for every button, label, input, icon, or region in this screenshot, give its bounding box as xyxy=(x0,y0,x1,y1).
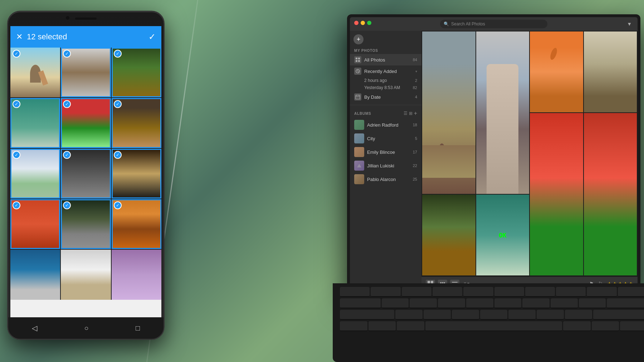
grid-cell-3[interactable]: ✓ xyxy=(112,48,161,97)
grid-cell-1[interactable]: ✓ xyxy=(10,48,60,97)
key-n xyxy=(537,310,564,320)
check-badge-9: ✓ xyxy=(114,151,122,159)
confirm-icon[interactable]: ✓ xyxy=(148,32,156,42)
album-label-emily: Emily Blincoe xyxy=(367,150,410,155)
grid-cell-14[interactable] xyxy=(61,250,111,299)
minimize-traffic-light[interactable] xyxy=(361,21,365,25)
album-count-jillian: 22 xyxy=(413,163,417,168)
search-bar[interactable]: 🔍 Search All Photos xyxy=(440,20,547,28)
grid-cell-2[interactable]: ✓ xyxy=(61,48,111,97)
svg-rect-3 xyxy=(358,60,360,62)
key-enter xyxy=(607,298,644,308)
sidebar-sub-yesterday[interactable]: Yesterday 8:53 AM 82 xyxy=(350,84,421,91)
key-w xyxy=(371,287,400,297)
key-ctrl xyxy=(369,321,396,331)
key-x xyxy=(424,310,451,320)
sidebar-item-recently-added[interactable]: Recently Added ▾ xyxy=(350,65,421,77)
grid-cell-7[interactable]: ✓ xyxy=(10,149,60,199)
key-i xyxy=(556,287,586,297)
list-view-icon[interactable]: ☰ xyxy=(404,111,408,116)
sidebar-divider xyxy=(350,105,421,105)
key-g xyxy=(466,298,493,308)
by-date-label: By Date xyxy=(364,94,412,100)
photo-cell-ok[interactable]: OK xyxy=(476,195,530,275)
photo-cell-food2[interactable] xyxy=(422,195,475,275)
photo-cell-street[interactable] xyxy=(422,31,475,194)
grid-view-icon[interactable]: ⊞ xyxy=(409,111,413,116)
2hours-label: 2 hours ago xyxy=(364,78,412,83)
sidebar-item-all-photos[interactable]: All Photos 84 xyxy=(350,54,421,65)
grid-cell-5[interactable]: ✓ xyxy=(61,98,111,148)
phone-body: ✕ 12 selected ✓ ✓ ✓ xyxy=(7,11,165,340)
photo-cell-ok2[interactable] xyxy=(584,113,637,275)
album-label-pablo: Pablo Alarcon xyxy=(367,177,410,182)
close-traffic-light[interactable] xyxy=(354,21,358,25)
traffic-lights xyxy=(354,21,371,25)
key-k xyxy=(551,298,578,308)
grid-cell-9[interactable]: ✓ xyxy=(112,149,161,199)
album-thumb-pablo xyxy=(354,174,364,184)
photo-cell-group[interactable] xyxy=(584,31,637,112)
grid-cell-15[interactable] xyxy=(112,250,161,299)
photo-cell-jump[interactable] xyxy=(530,31,583,112)
key-d xyxy=(410,298,437,308)
album-label-jillian: Jillian Lukiski xyxy=(367,163,410,168)
key-a xyxy=(340,298,381,308)
2hours-count: 2 xyxy=(415,78,417,83)
sidebar-item-by-date[interactable]: By Date 4 xyxy=(350,91,421,103)
key-m xyxy=(565,310,592,320)
filter-icon[interactable]: ▼ xyxy=(627,21,632,27)
album-emily-blincoe[interactable]: Emily Blincoe 17 xyxy=(350,145,421,159)
phone-container: ✕ 12 selected ✓ ✓ ✓ xyxy=(7,11,172,351)
key-h xyxy=(494,298,522,308)
key-space xyxy=(425,321,562,331)
home-nav-button[interactable]: ○ xyxy=(84,324,88,332)
album-count-emily: 17 xyxy=(413,150,417,154)
key-fn xyxy=(340,321,367,331)
app-toolbar: 🔍 Search All Photos ▼ xyxy=(350,17,638,31)
grid-cell-12[interactable]: ✓ xyxy=(112,199,161,249)
albums-section-label: ALBUMS xyxy=(354,112,404,116)
recently-added-arrow: ▾ xyxy=(415,69,417,73)
fullscreen-traffic-light[interactable] xyxy=(367,21,371,25)
photo-cell-red-wall[interactable] xyxy=(530,113,583,275)
recents-nav-button[interactable]: □ xyxy=(136,324,140,332)
key-s xyxy=(382,298,409,308)
close-icon[interactable]: ✕ xyxy=(16,33,23,41)
key-p xyxy=(618,287,644,297)
laptop-main-content: + MY PHOTOS All Photos xyxy=(350,31,638,290)
grid-cell-8[interactable]: ✓ xyxy=(61,149,111,199)
add-button[interactable]: + xyxy=(353,34,364,44)
photo-grid: OK xyxy=(421,31,638,277)
search-placeholder-text: Search All Photos xyxy=(451,21,485,26)
laptop-keyboard xyxy=(333,283,644,362)
grid-cell-13[interactable] xyxy=(10,250,60,299)
add-album-button[interactable]: + xyxy=(414,110,417,117)
back-nav-button[interactable]: ◁ xyxy=(32,324,37,332)
key-j xyxy=(522,298,550,308)
photo-cell-woman[interactable] xyxy=(476,31,530,194)
key-alt-right xyxy=(563,321,591,331)
key-c xyxy=(452,310,479,320)
album-city[interactable]: City 5 xyxy=(350,132,421,145)
sidebar-sub-2hours[interactable]: 2 hours ago 2 xyxy=(350,77,421,84)
album-pablo-alarcon[interactable]: Pablo Alarcon 25 xyxy=(350,172,421,186)
selected-count-label: 12 selected xyxy=(27,32,144,41)
key-b xyxy=(508,310,536,320)
grid-cell-11[interactable]: ✓ xyxy=(61,199,111,249)
grid-cell-6[interactable]: ✓ xyxy=(112,98,161,148)
albums-view-toggle[interactable]: ☰ ⊞ xyxy=(404,111,413,116)
yesterday-label: Yesterday 8:53 AM xyxy=(364,85,410,90)
album-jillian-lukiski[interactable]: Jillian Lukiski 22 xyxy=(350,159,421,172)
svg-rect-2 xyxy=(356,60,357,62)
album-adrien-radford[interactable]: Adrien Radford 18 xyxy=(350,118,421,132)
album-thumb-adrien xyxy=(354,120,364,130)
key-t xyxy=(463,287,493,297)
key-alt xyxy=(397,321,424,331)
by-date-count: 4 xyxy=(415,95,417,99)
check-badge-12: ✓ xyxy=(114,201,122,209)
grid-cell-4[interactable]: ✓ xyxy=(10,98,60,148)
photo-grid-area: OK xyxy=(421,31,638,290)
laptop-container: 🔍 Search All Photos ▼ + MY PHOTOS xyxy=(333,0,644,362)
grid-cell-10[interactable]: ✓ xyxy=(10,199,60,249)
